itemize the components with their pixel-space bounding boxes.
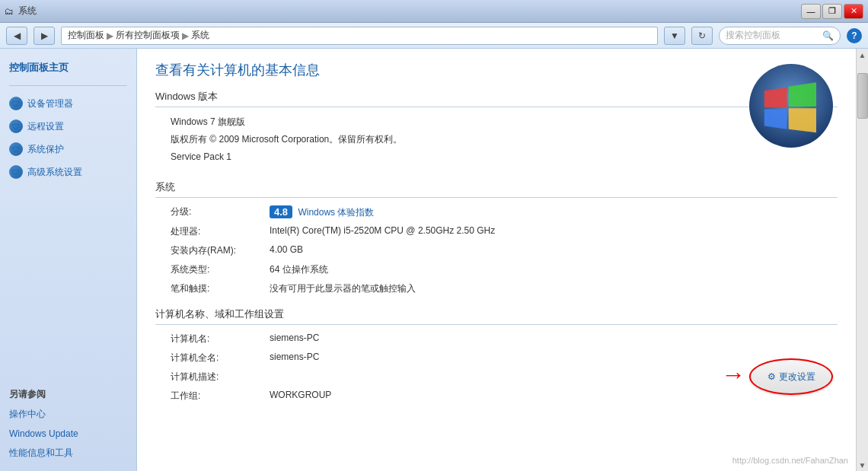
path-root: 控制面板: [68, 29, 104, 42]
pen-touch-row: 笔和触摸: 没有可用于此显示器的笔或触控输入: [171, 282, 822, 295]
sidebar-link-action-center[interactable]: 操作中心: [0, 406, 136, 423]
system-section: 系统 分级: 4.8 Windows 体验指数 处理器: Intel(R) Co…: [155, 180, 838, 295]
processor-label: 处理器:: [171, 225, 270, 238]
search-icon: 🔍: [822, 30, 834, 41]
scroll-down-button[interactable]: ▼: [857, 459, 868, 471]
pen-touch-value: 没有可用于此显示器的笔或触控输入: [270, 282, 822, 295]
rating-number: 4.8: [274, 206, 288, 218]
back-button[interactable]: ◀: [6, 27, 27, 45]
processor-value: Intel(R) Core(TM) i5-2520M CPU @ 2.50GHz…: [270, 225, 822, 236]
sidebar-item-protection[interactable]: 系统保护: [0, 139, 136, 159]
sidebar-item-device-manager[interactable]: 设备管理器: [0, 94, 136, 113]
change-settings-label: 更改设置: [779, 371, 815, 383]
sidebar-item-remote[interactable]: 远程设置: [0, 116, 136, 136]
path-current: 系统: [191, 29, 209, 42]
shield-icon-1: [9, 97, 23, 110]
title-bar-controls: — ❐ ✕: [801, 4, 863, 19]
scroll-up-button[interactable]: ▲: [857, 49, 868, 61]
system-type-value: 64 位操作系统: [270, 263, 822, 276]
windows-version-section: Windows 版本: [155, 90, 838, 107]
sidebar: 控制面板主页 设备管理器 远程设置 系统保护 高级系统设置 另请参阅 操作中心 …: [0, 49, 137, 471]
sidebar-link-performance[interactable]: 性能信息和工具: [0, 444, 136, 462]
shield-icon-2: [9, 119, 23, 133]
main-layout: 控制面板主页 设备管理器 远程设置 系统保护 高级系统设置 另请参阅 操作中心 …: [0, 49, 868, 471]
page-title: 查看有关计算机的基本信息: [155, 61, 838, 79]
address-bar: ◀ ▶ 控制面板 ▶ 所有控制面板项 ▶ 系统 ▼ ↻ 搜索控制面板 🔍 ?: [0, 23, 868, 49]
path-sep2: ▶: [182, 30, 189, 41]
dropdown-button[interactable]: ▼: [664, 27, 685, 45]
windows-update-label: Windows Update: [9, 428, 78, 439]
rating-link[interactable]: Windows 体验指数: [298, 207, 374, 218]
system-section-title: 系统: [155, 180, 838, 198]
path-sep1: ▶: [107, 30, 113, 41]
win-edition: Windows 7 旗舰版: [171, 115, 838, 129]
workgroup-value: WORKGROUP: [270, 390, 822, 400]
minimize-button[interactable]: —: [801, 4, 821, 19]
also-see-title: 另请参阅: [0, 382, 136, 403]
rating-badge: 4.8: [270, 205, 292, 218]
sidebar-item-advanced[interactable]: 高级系统设置: [0, 162, 136, 182]
computer-desc-label: 计算机描述:: [171, 371, 270, 383]
service-pack-line: Service Pack 1: [171, 150, 838, 164]
title-bar-left: 🗂 系统: [5, 5, 37, 18]
title-bar: 🗂 系统 — ❐ ✕: [0, 0, 868, 23]
system-type-row: 系统类型: 64 位操作系统: [171, 263, 822, 276]
ram-label: 安装内存(RAM):: [171, 244, 270, 257]
address-path[interactable]: 控制面板 ▶ 所有控制面板项 ▶ 系统: [61, 27, 658, 45]
rating-label: 分级:: [171, 205, 270, 218]
content-area: 查看有关计算机的基本信息: [137, 49, 856, 471]
scroll-thumb[interactable]: [857, 73, 868, 119]
sidebar-label-device-manager: 设备管理器: [27, 97, 73, 110]
system-info-table: 分级: 4.8 Windows 体验指数 处理器: Intel(R) Core(…: [171, 205, 822, 295]
rating-value: 4.8 Windows 体验指数: [270, 205, 822, 219]
computer-section-title: 计算机名称、域和工作组设置: [155, 307, 838, 325]
sidebar-label-remote: 远程设置: [27, 120, 64, 133]
search-placeholder: 搜索控制面板: [726, 29, 780, 42]
app-icon: 🗂: [5, 6, 14, 17]
sidebar-divider: [9, 85, 127, 86]
change-settings-button[interactable]: ⚙ 更改设置: [749, 358, 833, 395]
shield-icon-3: [9, 142, 23, 156]
sidebar-label-protection: 系统保护: [27, 143, 64, 156]
windows-logo: [749, 64, 833, 148]
processor-row: 处理器: Intel(R) Core(TM) i5-2520M CPU @ 2.…: [171, 225, 822, 238]
workgroup-label: 工作组:: [171, 390, 270, 403]
computer-name-value: siemens-PC: [270, 333, 822, 343]
window-title: 系统: [18, 5, 37, 18]
copyright-line: 版权所有 © 2009 Microsoft Corporation。保留所有权利…: [171, 132, 838, 147]
forward-button[interactable]: ▶: [34, 27, 55, 45]
performance-label: 性能信息和工具: [9, 447, 73, 460]
computer-name-row: 计算机名: siemens-PC: [171, 333, 822, 345]
ram-row: 安装内存(RAM): 4.00 GB: [171, 244, 822, 257]
help-button[interactable]: ?: [847, 28, 862, 43]
sidebar-label-advanced: 高级系统设置: [27, 166, 82, 179]
workgroup-row: 工作组: WORKGROUP: [171, 390, 822, 403]
restore-button[interactable]: ❐: [822, 4, 842, 19]
path-level2: 所有控制面板项: [116, 29, 180, 42]
scrollbar[interactable]: ▲ ▼: [856, 49, 868, 471]
close-button[interactable]: ✕: [844, 4, 863, 19]
search-box[interactable]: 搜索控制面板 🔍: [719, 27, 841, 45]
sidebar-main-link[interactable]: 控制面板主页: [0, 58, 136, 78]
gear-icon: ⚙: [767, 371, 776, 382]
system-type-label: 系统类型:: [171, 263, 270, 276]
sidebar-link-windows-update[interactable]: Windows Update: [0, 426, 136, 441]
refresh-button[interactable]: ↻: [691, 27, 713, 45]
rating-row: 分级: 4.8 Windows 体验指数: [171, 205, 822, 219]
computer-fullname-label: 计算机全名:: [171, 352, 270, 364]
windows-version-block: Windows 7 旗舰版 版权所有 © 2009 Microsoft Corp…: [171, 115, 838, 165]
arrow-indicator: →: [721, 361, 745, 389]
computer-name-label: 计算机名:: [171, 333, 270, 345]
shield-icon-4: [9, 165, 23, 179]
action-center-label: 操作中心: [9, 408, 46, 421]
ram-value: 4.00 GB: [270, 244, 822, 255]
pen-touch-label: 笔和触摸:: [171, 282, 270, 295]
watermark: http://blog.csdn.net/FahanZhan: [732, 456, 848, 465]
